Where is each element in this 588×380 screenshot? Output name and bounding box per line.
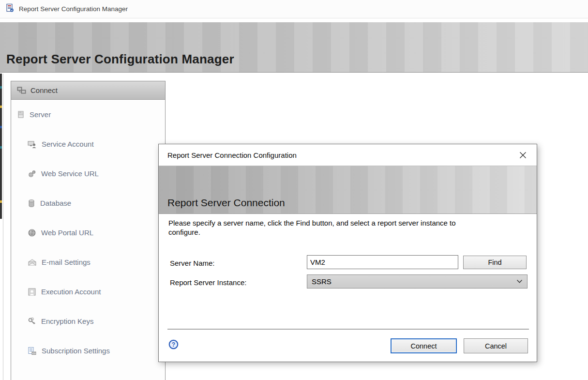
sidebar-item-service-account[interactable]: Service Account	[11, 129, 165, 159]
sidebar-item-subscription-settings[interactable]: Subscription Settings	[11, 336, 165, 365]
sidebar-item-email-settings[interactable]: E-mail Settings	[11, 247, 165, 277]
report-server-instance-select[interactable]: SSRS	[307, 274, 528, 289]
subscription-settings-icon	[28, 347, 37, 355]
report-server-configuration-manager-window: { "window": { "title": "Report Server Co…	[0, 0, 588, 380]
server-icon	[17, 110, 25, 119]
connect-button[interactable]: Connect	[391, 338, 457, 353]
find-button[interactable]: Find	[463, 256, 527, 269]
sidebar-item-label: Connect	[30, 86, 58, 94]
find-button-label: Find	[488, 258, 501, 266]
sidebar-item-label: Web Portal URL	[41, 228, 93, 237]
sidebar-item-connect[interactable]: Connect	[11, 81, 165, 100]
sidebar-item-web-portal-url[interactable]: Web Portal URL	[11, 218, 165, 247]
connect-icon	[17, 86, 26, 95]
app-icon	[5, 3, 15, 15]
window-title: Report Server Configuration Manager	[19, 5, 128, 13]
sidebar-item-label: Service Account	[42, 140, 94, 148]
sidebar-item-label: E-mail Settings	[42, 258, 90, 266]
sidebar-item-database[interactable]: Database	[11, 188, 165, 218]
window-left-border	[3, 74, 3, 380]
encryption-keys-icon	[28, 317, 36, 326]
email-settings-icon	[28, 258, 37, 267]
dialog-instruction: Please specify a server name, click the …	[168, 218, 464, 237]
dialog-titlebar: Report Server Connection Configuration	[159, 144, 537, 166]
server-name-input[interactable]	[307, 255, 458, 269]
web-portal-url-icon	[28, 228, 36, 237]
report-server-connection-dialog: Report Server Connection Configuration R…	[158, 144, 537, 362]
report-server-instance-label: Report Server Instance:	[170, 278, 246, 287]
sidebar-item-label: Server	[30, 110, 51, 119]
sidebar-item-label: Database	[40, 199, 71, 207]
cancel-button-label: Cancel	[485, 342, 507, 350]
window-titlebar: Report Server Configuration Manager	[0, 0, 588, 18]
web-service-url-icon	[28, 169, 36, 178]
execution-account-icon	[28, 288, 36, 296]
sidebar-item-label: Subscription Settings	[42, 347, 110, 355]
sidebar-nav: Connect Server Service Account	[11, 81, 166, 380]
report-server-instance-value: SSRS	[312, 277, 332, 286]
dialog-title: Report Server Connection Configuration	[167, 151, 297, 159]
dialog-heading: Report Server Connection	[167, 197, 285, 209]
sidebar-item-label: Encryption Keys	[41, 317, 93, 325]
sidebar-item-web-service-url[interactable]: Web Service URL	[11, 159, 165, 188]
sidebar-item-server[interactable]: Server	[11, 100, 165, 129]
database-icon	[28, 199, 35, 208]
background-app-edge	[0, 74, 2, 219]
chevron-down-icon	[516, 279, 523, 284]
dialog-banner: Report Server Connection	[159, 166, 537, 214]
sidebar-item-label: Web Service URL	[41, 169, 99, 178]
cancel-button[interactable]: Cancel	[464, 338, 528, 353]
dialog-separator	[167, 329, 529, 330]
svg-text:?: ?	[172, 341, 175, 348]
help-icon[interactable]: ?	[168, 339, 179, 350]
connect-button-label: Connect	[410, 342, 437, 350]
header-banner: Report Server Configuration Manager	[0, 22, 588, 73]
server-name-label: Server Name:	[170, 259, 215, 267]
page-title: Report Server Configuration Manager	[6, 52, 234, 67]
sidebar-item-label: Execution Account	[41, 288, 101, 296]
close-icon[interactable]	[515, 148, 530, 162]
service-account-icon	[28, 140, 37, 149]
sidebar-item-encryption-keys[interactable]: Encryption Keys	[11, 306, 165, 336]
sidebar-item-execution-account[interactable]: Execution Account	[11, 277, 165, 306]
